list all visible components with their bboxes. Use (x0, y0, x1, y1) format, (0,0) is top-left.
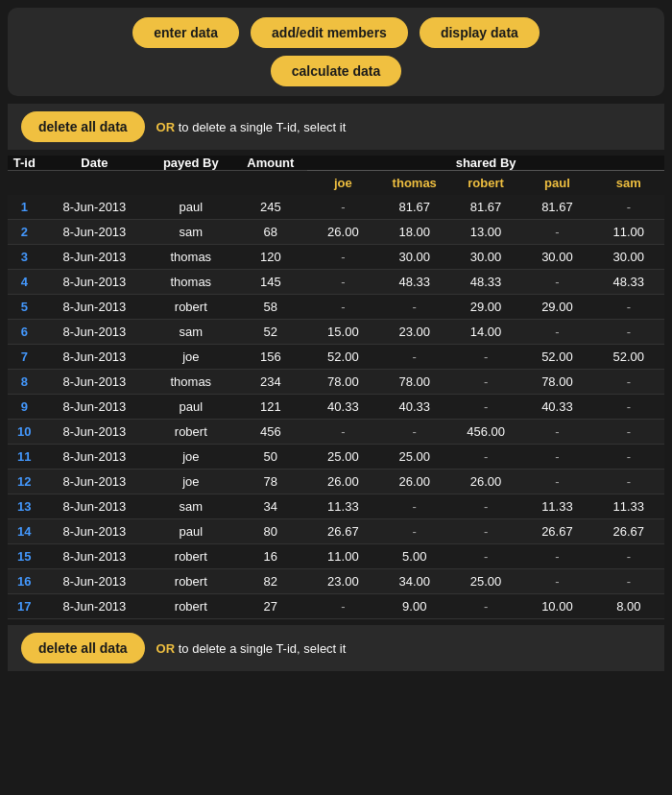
cell-share: 23.00 (307, 569, 378, 594)
cell-share: 30.00 (593, 245, 664, 270)
cell-tid[interactable]: 9 (8, 395, 41, 420)
cell-tid[interactable]: 10 (8, 420, 41, 445)
cell-share: - (307, 270, 378, 295)
calculate-data-button[interactable]: calculate data (271, 56, 402, 86)
cell-share: 26.00 (379, 470, 450, 494)
col-header-payed: payed By (148, 156, 233, 171)
cell-payed-by: thomas (148, 245, 233, 270)
cell-share: 11.33 (307, 494, 378, 519)
cell-tid[interactable]: 5 (8, 295, 41, 320)
cell-share: 14.00 (450, 320, 521, 345)
cell-share: - (521, 320, 592, 345)
table-row: 48-Jun-2013thomas145-48.3348.33-48.33 (8, 270, 664, 295)
cell-tid[interactable]: 4 (8, 270, 41, 295)
cell-payed-by: robert (148, 295, 233, 320)
cell-payed-by: sam (148, 320, 233, 345)
cell-share: 25.00 (450, 569, 521, 594)
cell-share: - (450, 370, 521, 395)
cell-share: - (593, 569, 664, 594)
cell-share: - (450, 594, 521, 619)
cell-tid[interactable]: 6 (8, 320, 41, 345)
col-sub-payed (148, 171, 233, 196)
cell-share: - (521, 544, 592, 569)
cell-amount: 456 (233, 420, 307, 445)
cell-amount: 156 (233, 345, 307, 370)
cell-date: 8-Jun-2013 (41, 470, 149, 494)
cell-share: 23.00 (379, 320, 450, 345)
cell-tid[interactable]: 15 (8, 544, 41, 569)
cell-share: - (379, 494, 450, 519)
cell-amount: 145 (233, 270, 307, 295)
cell-share: - (450, 519, 521, 544)
cell-share: 10.00 (521, 594, 592, 619)
col-sub-thomas: thomas (379, 171, 450, 196)
delete-hint-text-bottom: to delete a single T-id, select it (175, 641, 346, 656)
cell-payed-by: joe (148, 345, 233, 370)
cell-share: - (450, 494, 521, 519)
cell-share: - (450, 395, 521, 420)
cell-share: - (593, 370, 664, 395)
cell-date: 8-Jun-2013 (41, 395, 149, 420)
delete-bar-bottom: delete all data OR to delete a single T-… (8, 625, 664, 671)
cell-payed-by: robert (148, 569, 233, 594)
cell-tid[interactable]: 13 (8, 494, 41, 519)
table-row: 38-Jun-2013thomas120-30.0030.0030.0030.0… (8, 245, 664, 270)
cell-tid[interactable]: 8 (8, 370, 41, 395)
cell-tid[interactable]: 12 (8, 470, 41, 494)
cell-share: 26.00 (307, 470, 378, 494)
cell-share: 52.00 (307, 345, 378, 370)
table-row: 28-Jun-2013sam6826.0018.0013.00-11.00 (8, 220, 664, 245)
delete-all-button-bottom[interactable]: delete all data (21, 633, 145, 663)
cell-share: 30.00 (450, 245, 521, 270)
cell-share: 26.67 (521, 519, 592, 544)
cell-amount: 80 (233, 519, 307, 544)
table-row: 168-Jun-2013robert8223.0034.0025.00-- (8, 569, 664, 594)
cell-tid[interactable]: 1 (8, 195, 41, 220)
delete-bar-top: delete all data OR to delete a single T-… (8, 104, 664, 150)
cell-share: 26.00 (307, 220, 378, 245)
data-table: T-id Date payed By Amount shared By joe … (8, 156, 664, 619)
add-edit-members-button[interactable]: add/edit members (251, 17, 408, 48)
cell-tid[interactable]: 7 (8, 345, 41, 370)
cell-share: 30.00 (379, 245, 450, 270)
cell-share: - (379, 519, 450, 544)
cell-share: - (307, 245, 378, 270)
cell-payed-by: joe (148, 470, 233, 494)
top-buttons-row: enter data add/edit members display data (132, 17, 540, 48)
cell-share: 52.00 (593, 345, 664, 370)
enter-data-button[interactable]: enter data (132, 17, 239, 48)
cell-date: 8-Jun-2013 (41, 295, 149, 320)
cell-share: 18.00 (379, 220, 450, 245)
cell-amount: 16 (233, 544, 307, 569)
cell-tid[interactable]: 14 (8, 519, 41, 544)
cell-tid[interactable]: 17 (8, 594, 41, 619)
table-row: 108-Jun-2013robert456--456.00-- (8, 420, 664, 445)
cell-share: - (521, 569, 592, 594)
cell-amount: 52 (233, 320, 307, 345)
cell-payed-by: sam (148, 220, 233, 245)
cell-share: 48.33 (379, 270, 450, 295)
cell-tid[interactable]: 16 (8, 569, 41, 594)
cell-share: - (593, 320, 664, 345)
cell-share: - (307, 195, 378, 220)
cell-share: 5.00 (379, 544, 450, 569)
cell-share: 48.33 (593, 270, 664, 295)
table-header-row-top: T-id Date payed By Amount shared By (8, 156, 664, 171)
cell-tid[interactable]: 11 (8, 445, 41, 470)
cell-share: - (307, 295, 378, 320)
cell-share: 48.33 (450, 270, 521, 295)
cell-share: 8.00 (593, 594, 664, 619)
cell-date: 8-Jun-2013 (41, 519, 149, 544)
table-row: 128-Jun-2013joe7826.0026.0026.00-- (8, 470, 664, 494)
cell-payed-by: paul (148, 519, 233, 544)
cell-share: - (593, 395, 664, 420)
cell-tid[interactable]: 3 (8, 245, 41, 270)
display-data-button[interactable]: display data (420, 17, 540, 48)
or-text-top: OR (156, 120, 176, 134)
cell-amount: 68 (233, 220, 307, 245)
cell-amount: 234 (233, 370, 307, 395)
cell-tid[interactable]: 2 (8, 220, 41, 245)
cell-share: 30.00 (521, 245, 592, 270)
delete-all-button-top[interactable]: delete all data (21, 111, 145, 142)
col-header-amount: Amount (233, 156, 307, 171)
